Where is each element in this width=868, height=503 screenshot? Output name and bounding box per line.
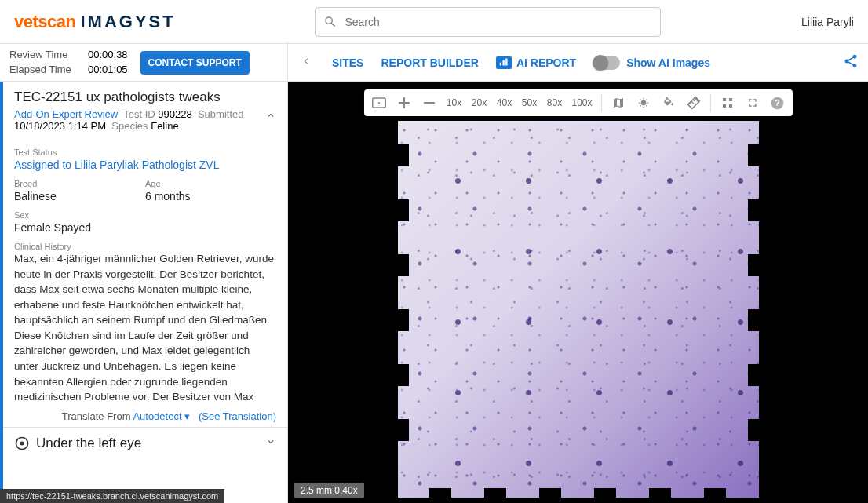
zoom-40x-button[interactable]: 40x	[494, 93, 514, 113]
history-label: Clinical History	[14, 242, 276, 251]
test-id-value: 990228	[158, 108, 191, 120]
help-button[interactable]: ?	[768, 93, 788, 113]
username-label[interactable]: Liliia Paryli	[801, 16, 854, 28]
chevron-down-icon	[265, 436, 276, 447]
fit-screen-button[interactable]	[368, 93, 388, 113]
show-ai-images-wrap: Show AI Images	[593, 56, 710, 70]
svg-point-6	[377, 102, 379, 104]
age-label: Age	[145, 179, 276, 188]
scale-badge: 2.5 mm 0.40x	[294, 483, 364, 498]
contact-support-button[interactable]: CONTACT SUPPORT	[140, 51, 250, 75]
sites-link[interactable]: SITES	[332, 56, 363, 69]
paint-icon	[662, 97, 675, 109]
chevron-left-icon	[301, 56, 312, 67]
test-id-label: Test ID	[123, 108, 155, 120]
chevron-up-icon	[265, 110, 276, 121]
history-text: Max, ein 4-jähriger männlicher Golden Re…	[14, 251, 276, 404]
image-viewer[interactable]: 10x 20x 40x 50x 80x 100x ?	[288, 82, 868, 503]
back-button[interactable]	[297, 54, 315, 71]
target-icon	[14, 436, 30, 451]
map-icon	[612, 97, 625, 109]
zoom-100x-button[interactable]: 100x	[569, 93, 594, 113]
zoom-out-button[interactable]	[418, 93, 439, 113]
share-button[interactable]	[843, 53, 859, 71]
zoom-50x-button[interactable]: 50x	[519, 93, 539, 113]
paint-button[interactable]	[658, 93, 679, 113]
breed-label: Breed	[14, 179, 145, 188]
grid-icon	[721, 97, 734, 109]
svg-rect-0	[500, 62, 501, 65]
translate-from-label: Translate From	[62, 410, 131, 422]
main: TEC-22151 ux pathologists tweaks Add-On …	[0, 82, 868, 503]
elapsed-time-label: Elapsed Time	[9, 63, 74, 77]
search-input[interactable]	[315, 7, 661, 37]
map-button[interactable]	[608, 93, 629, 113]
report-builder-link[interactable]: REPORT BUILDER	[381, 56, 478, 69]
sex-label: Sex	[14, 210, 276, 220]
sidebar: TEC-22151 ux pathologists tweaks Add-On …	[0, 82, 288, 503]
case-title: TEC-22151 ux pathologists tweaks	[14, 89, 276, 105]
review-time-label: Review Time	[9, 48, 74, 62]
logo-imagyst: IMAGYST	[80, 12, 175, 32]
review-type: Add-On Expert Review	[14, 108, 118, 120]
assigned-link[interactable]: Assigned to Liliia Paryliak Pathologist …	[14, 159, 276, 171]
translate-row: Translate From Autodetect ▾ (See Transla…	[3, 406, 287, 427]
submitted-datetime: 10/18/2023 1:14 PM	[14, 120, 106, 132]
see-translation-link[interactable]: (See Translation)	[199, 410, 276, 422]
review-time-value: 00:00:38	[88, 48, 128, 62]
ai-report-link[interactable]: AI REPORT	[496, 56, 576, 69]
slide-image[interactable]	[398, 121, 759, 498]
toolbar-separator	[601, 94, 602, 111]
search-wrap	[315, 7, 661, 37]
logo-vetscan: vetscan	[14, 12, 75, 32]
zoom-in-button[interactable]	[393, 93, 414, 113]
minus-icon	[423, 97, 434, 108]
show-ai-images-toggle[interactable]	[593, 56, 620, 70]
grid-button[interactable]	[717, 93, 738, 113]
brightness-button[interactable]	[633, 93, 654, 113]
svg-rect-2	[505, 58, 507, 65]
left-head: Review Time 00:00:38 Elapsed Time 00:01:…	[0, 42, 288, 82]
ruler-button[interactable]	[684, 93, 704, 113]
expand-under-button[interactable]	[265, 436, 276, 450]
ruler-icon	[687, 96, 701, 110]
fit-icon	[371, 97, 385, 108]
zoom-80x-button[interactable]: 80x	[544, 93, 564, 113]
submitted-label: Submitted	[198, 108, 244, 120]
zoom-10x-button[interactable]: 10x	[443, 93, 464, 113]
case-header: TEC-22151 ux pathologists tweaks Add-On …	[3, 82, 287, 138]
sex-value: Female Spayed	[14, 221, 276, 234]
app-logo[interactable]: vetscan IMAGYST	[14, 12, 176, 32]
browser-status-url: https://tec-22151-tweaks.branch.ci.vetsc…	[0, 489, 224, 503]
show-ai-images-label: Show AI Images	[626, 56, 710, 69]
fullscreen-button[interactable]	[742, 93, 763, 113]
zoom-20x-button[interactable]: 20x	[469, 93, 489, 113]
toolbar-separator	[710, 94, 711, 111]
ai-report-label: AI REPORT	[516, 56, 576, 69]
help-icon: ?	[771, 97, 784, 110]
app-header: vetscan IMAGYST Liliia Paryli	[0, 0, 868, 44]
collapse-case-button[interactable]	[265, 110, 276, 124]
translate-autodetect-dropdown[interactable]: Autodetect ▾	[133, 410, 192, 422]
times-block: Review Time 00:00:38 Elapsed Time 00:01:…	[9, 48, 128, 76]
share-icon	[843, 53, 859, 69]
age-value: 6 months	[145, 190, 276, 202]
ai-report-icon	[496, 56, 512, 69]
breadcrumb: SITES REPORT BUILDER AI REPORT Show AI I…	[288, 53, 868, 71]
breed-value: Balinese	[14, 190, 145, 202]
plus-icon	[398, 97, 409, 108]
under-section-title: Under the left eye	[36, 436, 141, 451]
under-section[interactable]: Under the left eye	[3, 427, 287, 459]
viewer-toolbar: 10x 20x 40x 50x 80x 100x ?	[363, 89, 792, 116]
brightness-icon	[637, 97, 650, 109]
svg-point-7	[640, 100, 646, 106]
svg-point-4	[20, 442, 23, 444]
test-status-label: Test Status	[14, 148, 276, 157]
svg-text:?: ?	[775, 98, 779, 108]
toolbar: Review Time 00:00:38 Elapsed Time 00:01:…	[0, 44, 868, 82]
svg-rect-1	[502, 60, 504, 65]
elapsed-time-value: 00:01:05	[88, 63, 128, 77]
detail-section: Test Status Assigned to Liliia Paryliak …	[3, 138, 287, 406]
fullscreen-icon	[746, 97, 759, 109]
species-value: Feline	[151, 120, 178, 132]
